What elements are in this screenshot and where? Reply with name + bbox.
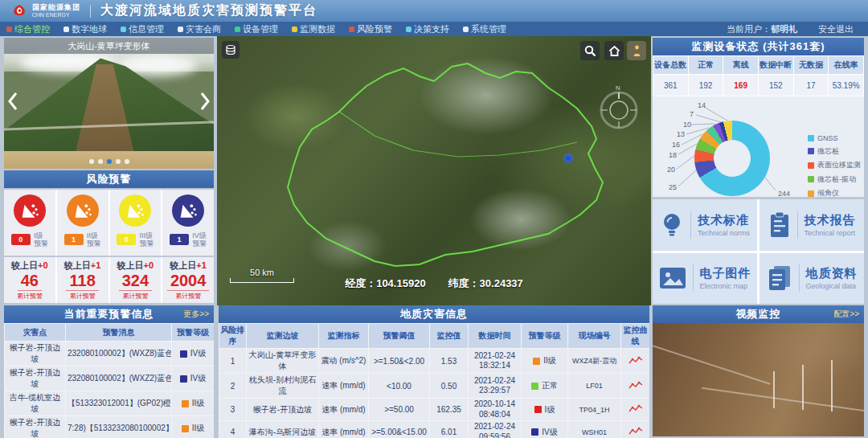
current-user: 当前用户：郁明礼 (727, 23, 797, 35)
layers-icon (225, 44, 236, 55)
legend-item-表面位移监测: 表面位移监测 (808, 160, 861, 170)
logo-org-en: CHN ENERGY (32, 12, 80, 18)
compass-icon[interactable]: N (601, 84, 637, 128)
donut-value-label: 13 (677, 130, 685, 138)
layers-button[interactable] (222, 41, 240, 59)
nav-item-系统管理[interactable]: 系统管理 (463, 23, 506, 35)
indicator-cell: 速率 (mm/d) (319, 421, 369, 438)
hazard-info-columns: 风险排序监测边坡监测指标预警阈值监控值数据时间预警等级现场编号监控曲线 (219, 324, 650, 349)
table-row[interactable]: 4瀑布沟-乌斯河边坡速率 (mm/d)>=5.00&<15.006.012021… (219, 421, 650, 438)
device-col-数据中断: 数据中断 (758, 56, 793, 75)
latitude-label: 纬度： (448, 277, 480, 289)
carousel-dot[interactable] (98, 159, 103, 164)
risk-badge: 0 (11, 234, 31, 245)
warning-message-cell[interactable]: 232080100002】(WXZ2)蓝色预警：... (66, 366, 172, 391)
hazard-col-预警阈值: 预警阈值 (369, 324, 430, 349)
rank-cell: 3 (219, 399, 247, 421)
device-status-title: 监测设备状态 (共计361套) (692, 39, 825, 54)
main-nav: 综合管控数字地球信息管理灾害会商设备管理监测数据风险预警决策支持系统管理 当前用… (0, 22, 868, 36)
button-subtitle: Electronic map (700, 282, 751, 290)
map-search-button[interactable] (580, 41, 600, 60)
table-row[interactable]: 1大岗山-黄草坪变形体震动 (m/s^2)>=1.50&<2.001.53202… (219, 349, 650, 374)
technical-norms-button[interactable]: 技术标准 Technical norms (653, 199, 757, 251)
rank-cell: 1 (219, 349, 247, 374)
logout-button[interactable]: 安全退出 (818, 23, 854, 35)
map-marker[interactable] (566, 156, 571, 162)
nav-item-综合管控[interactable]: 综合管控 (6, 23, 50, 35)
carousel-dot[interactable] (125, 159, 129, 164)
nav-item-灾害会商[interactable]: 灾害会商 (178, 23, 221, 35)
button-divider (797, 211, 798, 239)
nav-item-决策支持[interactable]: 决策支持 (406, 23, 449, 35)
risk-card-II级: 1II级预警 (57, 190, 108, 256)
map-home-button[interactable] (604, 41, 624, 60)
warning-message-cell[interactable]: 【513323012001】(GP02)橙色预警... (66, 391, 172, 416)
nav-item-数字地球[interactable]: 数字地球 (63, 23, 107, 35)
table-row[interactable]: 3猴子岩-开顶边坡速率 (mm/d)>=50.00162.352020-10-1… (219, 399, 650, 421)
nav-item-监测数据[interactable]: 监测数据 (292, 23, 335, 35)
risk-total-II级: 较上日+1118累计预警 (57, 257, 108, 303)
risk-total-label: 累计预警 (122, 292, 148, 301)
landslide-warning-icon (14, 194, 46, 227)
device-status-panel: 监测设备状态 (共计361套) 设备总数正常离线数据中断无数据在线率 36119… (653, 38, 864, 197)
time-cell: 2021-02-2423:29:57 (469, 374, 522, 399)
warning-info-rows: 猴子岩-开顶边坡232080100002】(WXZ8)蓝色预警：...IV级猴子… (5, 342, 215, 438)
curve-cell[interactable] (621, 349, 650, 374)
device-value: 17 (793, 75, 829, 96)
risk-cards: 0I级预警1II级预警0III级预警1IV级预警 (4, 190, 214, 256)
slope-cell: 猴子岩-开顶边坡 (247, 399, 319, 421)
technical-report-button[interactable]: 技术报告 Technical report (760, 199, 864, 251)
electronic-map-button[interactable]: 电子图件 Electronic map (653, 253, 757, 305)
video-feed[interactable] (653, 323, 864, 436)
warning-message-cell[interactable]: 7:28)【5133232080100002】(LF02... (66, 416, 172, 438)
carousel-dot[interactable] (107, 159, 112, 164)
nav-item-信息管理[interactable]: 信息管理 (121, 23, 164, 35)
table-row[interactable]: 吉牛-缆机室边坡【513323012001】(GP02)橙色预警...II级 (5, 391, 215, 416)
video-pole (802, 365, 804, 410)
warning-info-more-link[interactable]: 更多>> (183, 309, 209, 320)
device-value: 192 (688, 75, 723, 96)
legend-swatch (808, 190, 814, 197)
button-title: 技术标准 (698, 213, 750, 228)
curve-cell[interactable] (621, 421, 650, 438)
warning-level-cell: IV级 (172, 366, 215, 391)
indicator-cell: 震动 (m/s^2) (319, 349, 369, 374)
station-cell: TP04_1H (568, 399, 621, 421)
risk-total-IV级: 较上日+12004累计预警 (162, 257, 214, 303)
geological-data-button[interactable]: 地质资料 Geological data (760, 253, 864, 305)
photo-caption: 大岗山-黄草坪变形体 (4, 38, 214, 54)
search-icon (584, 45, 596, 57)
table-row[interactable]: 猴子岩-开顶边坡232080100002】(WXZ8)蓝色预警：...IV级 (5, 342, 215, 366)
nav-item-设备管理[interactable]: 设备管理 (235, 23, 278, 35)
risk-badge: 1 (64, 234, 84, 245)
carousel-dot[interactable] (116, 159, 121, 164)
table-row[interactable]: 2枕头坝-别村沟泥石流速率 (mm/d)<10.000.502021-02-24… (219, 374, 650, 399)
warning-level-badge: II级 (182, 423, 205, 434)
carousel-dot[interactable] (89, 159, 94, 164)
warning-level-text: IV级 (542, 427, 557, 438)
video-config-link[interactable]: 配置>> (833, 309, 859, 320)
carousel-prev-button[interactable] (6, 89, 20, 113)
curve-cell[interactable] (621, 399, 650, 421)
hazard-info-rows: 1大岗山-黄草坪变形体震动 (m/s^2)>=1.50&<2.001.53202… (219, 349, 650, 438)
button-divider (690, 211, 691, 239)
device-donut-chart: 244252018161310714 (653, 100, 805, 212)
donut-value-label: 244 (778, 190, 790, 198)
current-user-name: 郁明礼 (771, 24, 797, 34)
carousel-next-button[interactable] (198, 89, 212, 113)
table-row[interactable]: 猴子岩-开顶边坡232080100002】(WXZ2)蓝色预警：...IV级 (5, 366, 215, 391)
warning-level-text: IV级 (190, 348, 206, 359)
table-row[interactable]: 猴子岩-开顶边坡7:28)【5133232080100002】(LF02...I… (5, 416, 215, 438)
map-view[interactable]: N (217, 36, 651, 305)
nav-item-label: 监测数据 (300, 23, 335, 35)
warning-level-badge: 正常 (531, 380, 558, 391)
warning-message-cell[interactable]: 232080100002】(WXZ8)蓝色预警：... (66, 342, 172, 366)
warning-level-badge: IV级 (531, 427, 557, 438)
nav-item-icon (121, 27, 126, 32)
nav-item-风险预警[interactable]: 风险预警 (349, 23, 392, 35)
warning-info-title: 当前重要预警信息 (64, 307, 154, 321)
home-icon (608, 45, 620, 57)
risk-total-label: 累计预警 (17, 292, 43, 301)
curve-cell[interactable] (621, 374, 650, 399)
streetview-button[interactable] (627, 41, 646, 60)
